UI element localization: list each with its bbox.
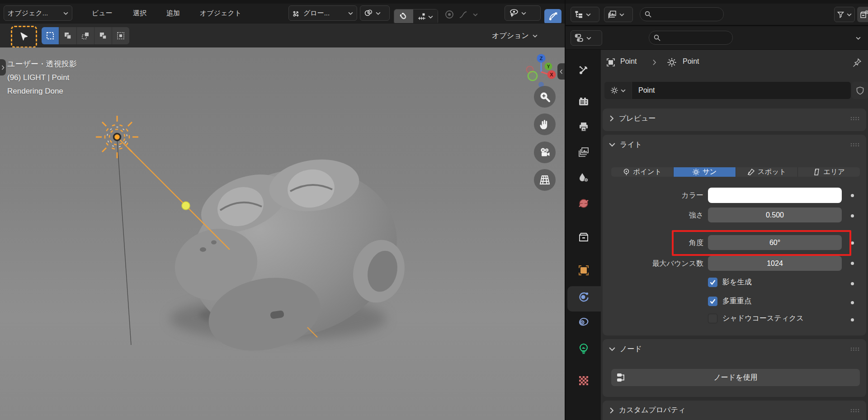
orthographic-button[interactable]	[534, 169, 556, 191]
outliner-filter-dropdown[interactable]	[834, 7, 855, 22]
axis-neg-y-ball[interactable]	[528, 71, 537, 80]
tab-physics[interactable]	[566, 287, 602, 307]
options-dropdown[interactable]: オプション	[492, 28, 538, 43]
pin-icon[interactable]	[853, 58, 862, 67]
animate-decorator-dot[interactable]	[851, 241, 854, 245]
animate-decorator-dot[interactable]	[851, 301, 854, 304]
show-gizmo-toggle[interactable]	[544, 9, 561, 24]
tab-view-layer[interactable]	[566, 142, 602, 162]
tab-constraints[interactable]	[566, 312, 602, 332]
mode-dropdown[interactable]: オブジェク...	[4, 5, 72, 21]
shadow-caustics-checkbox-label: シャドウコースティクス	[722, 313, 804, 323]
color-swatch[interactable]	[708, 188, 842, 203]
panel-grip-icon[interactable]	[850, 142, 860, 147]
tab-object-data-active[interactable]	[566, 339, 602, 359]
animate-decorator-dot[interactable]	[851, 282, 854, 285]
active-tool-select-box[interactable]	[11, 26, 37, 48]
world-icon	[578, 198, 589, 209]
tab-collection[interactable]	[566, 227, 602, 247]
strength-value: 0.500	[766, 211, 784, 219]
outliner-search-input[interactable]	[640, 7, 724, 21]
light-type-sun[interactable]: サン	[674, 167, 736, 177]
angle-field[interactable]: 60°	[708, 235, 842, 250]
strength-field[interactable]: 0.500	[708, 208, 842, 222]
animate-decorator-dot[interactable]	[851, 214, 854, 217]
panel-grip-icon[interactable]	[850, 408, 860, 413]
axis-x-label: X	[550, 72, 553, 77]
outliner-display-mode-dropdown[interactable]	[604, 7, 633, 22]
id-block: Point	[604, 82, 868, 99]
menu-object[interactable]: オブジェクト	[197, 5, 244, 21]
light-type-spot[interactable]: スポット	[736, 167, 798, 177]
animate-decorator-dot[interactable]	[851, 194, 854, 197]
select-mode-extend[interactable]	[59, 27, 76, 44]
breadcrumb-data[interactable]: Point	[683, 57, 699, 66]
light-origin-dot[interactable]	[114, 134, 121, 141]
panel-grip-icon[interactable]	[850, 116, 860, 121]
falloff-curve-icon[interactable]	[458, 9, 469, 20]
render-icon	[578, 96, 589, 107]
texture-icon	[578, 375, 589, 386]
id-name-field[interactable]: Point	[632, 82, 851, 99]
multiple-importance-checkbox[interactable]	[708, 297, 717, 306]
properties-options-chevron[interactable]	[856, 37, 861, 40]
select-mode-invert[interactable]	[94, 27, 112, 44]
chevron-down-icon[interactable]	[473, 13, 478, 16]
zoom-button[interactable]	[534, 86, 556, 108]
transform-orientation-dropdown[interactable]: グロー...	[288, 5, 357, 21]
max-bounces-field[interactable]: 1024	[708, 256, 842, 271]
outliner-editor-type-dropdown[interactable]	[571, 7, 599, 22]
tab-texture[interactable]	[566, 371, 602, 391]
tab-world[interactable]	[566, 193, 602, 213]
fake-user-button[interactable]	[852, 82, 868, 99]
panel-nodes-header[interactable]: ノード	[603, 339, 866, 359]
tool-settings-bar: オプション	[0, 23, 565, 48]
sun-data-icon	[667, 57, 677, 67]
breadcrumb-object[interactable]: Point	[620, 57, 637, 66]
properties-search-input[interactable]	[649, 31, 733, 45]
use-nodes-button[interactable]: ノードを使用	[611, 369, 860, 386]
light-type-area[interactable]: エリア	[798, 167, 860, 177]
panel-preview-header[interactable]: プレビュー	[603, 109, 866, 128]
menu-view[interactable]: ビュー	[89, 5, 115, 21]
light-type-dropdown[interactable]	[604, 82, 632, 99]
panel-custom-properties-header[interactable]: カスタムプロパティ	[603, 401, 866, 420]
outliner-header	[566, 4, 868, 25]
snap-toggle-button[interactable]	[394, 9, 413, 24]
select-mode-intersect[interactable]	[112, 27, 129, 44]
menu-add[interactable]: 追加	[164, 5, 183, 21]
new-collection-button[interactable]	[857, 7, 868, 22]
viewport-scene	[0, 47, 565, 420]
tab-object[interactable]	[566, 260, 602, 280]
tab-tool[interactable]	[566, 60, 602, 80]
tab-render[interactable]	[566, 92, 602, 112]
visibility-dropdown[interactable]	[505, 5, 541, 21]
animate-decorator-dot[interactable]	[851, 262, 854, 265]
select-mode-set[interactable]	[42, 27, 59, 44]
chevron-down-icon	[609, 346, 615, 352]
panel-light-header[interactable]: ライト	[603, 135, 866, 155]
properties-editor-type-dropdown[interactable]	[571, 30, 602, 46]
camera-view-button[interactable]	[534, 142, 556, 163]
tab-output[interactable]	[566, 117, 602, 137]
shadow-checkbox[interactable]	[708, 278, 717, 287]
select-subtract-icon	[81, 32, 90, 40]
light-target-handle[interactable]	[182, 202, 190, 210]
light-type-point[interactable]: ポイント	[611, 167, 674, 177]
pivot-point-dropdown[interactable]	[360, 5, 390, 21]
panel-grip-icon[interactable]	[850, 347, 860, 351]
pan-button[interactable]	[534, 113, 556, 135]
shadow-caustics-checkbox[interactable]	[708, 314, 717, 323]
select-mode-subtract[interactable]	[77, 27, 94, 44]
viewport-3d[interactable]: ユーザー・透視投影 (96) LIGHT | Point Rendering D…	[0, 47, 565, 420]
sun-light-object[interactable]	[96, 116, 138, 158]
animate-decorator-dot[interactable]	[851, 318, 854, 321]
navigation-gizmo[interactable]: Z Y X	[521, 51, 561, 92]
color-label: カラー	[603, 191, 703, 200]
snap-target-dropdown[interactable]	[413, 9, 438, 24]
proportional-edit-icon[interactable]	[444, 9, 455, 20]
menu-select[interactable]: 選択	[130, 5, 149, 21]
sidebar-expand-tab-left[interactable]	[0, 59, 6, 76]
area-light-icon	[813, 168, 821, 176]
tab-scene[interactable]	[566, 168, 602, 188]
